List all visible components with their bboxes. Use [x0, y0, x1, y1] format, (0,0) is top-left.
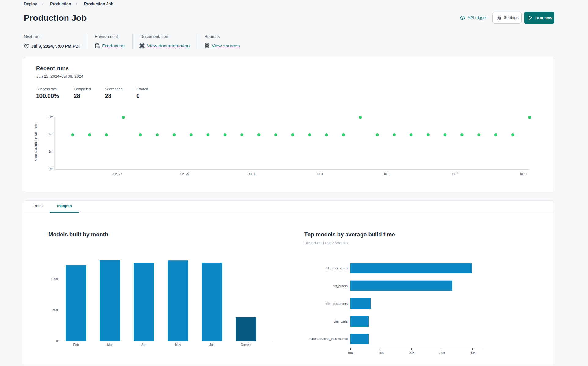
svg-text:30s: 30s: [439, 351, 445, 355]
svg-text:Jun: Jun: [209, 343, 215, 346]
svg-text:Jul 3: Jul 3: [316, 172, 323, 176]
svg-text:Jul 7: Jul 7: [451, 172, 458, 176]
svg-text:Jul 1: Jul 1: [248, 172, 255, 176]
svg-text:May: May: [175, 343, 181, 346]
svg-text:40s: 40s: [470, 351, 475, 355]
svg-text:2m: 2m: [49, 132, 53, 136]
svg-text:Feb: Feb: [73, 343, 79, 346]
svg-text:Apr: Apr: [141, 343, 146, 346]
svg-text:Jul 5: Jul 5: [383, 172, 390, 176]
svg-text:Build Duration in Minutes: Build Duration in Minutes: [34, 124, 38, 161]
svg-text:materialization_incremental: materialization_incremental: [309, 337, 348, 341]
svg-text:Jun 29: Jun 29: [179, 172, 189, 176]
svg-text:fct_orders: fct_orders: [333, 284, 348, 288]
svg-text:0m: 0m: [49, 167, 53, 171]
svg-text:fct_order_items: fct_order_items: [326, 266, 348, 270]
svg-text:Jul 9: Jul 9: [519, 172, 526, 176]
svg-text:500: 500: [53, 308, 58, 312]
svg-text:Mar: Mar: [107, 343, 113, 346]
svg-text:3m: 3m: [49, 115, 53, 119]
svg-text:1000: 1000: [51, 277, 58, 281]
svg-text:dim_parts: dim_parts: [334, 320, 348, 323]
svg-text:dim_customers: dim_customers: [326, 302, 348, 305]
svg-text:10s: 10s: [378, 351, 384, 355]
svg-text:Jun 27: Jun 27: [112, 172, 122, 176]
svg-text:0m: 0m: [348, 351, 353, 355]
svg-text:20s: 20s: [409, 351, 414, 355]
svg-text:1m: 1m: [49, 150, 53, 153]
svg-text:Current: Current: [241, 343, 251, 346]
svg-text:0: 0: [56, 339, 58, 343]
